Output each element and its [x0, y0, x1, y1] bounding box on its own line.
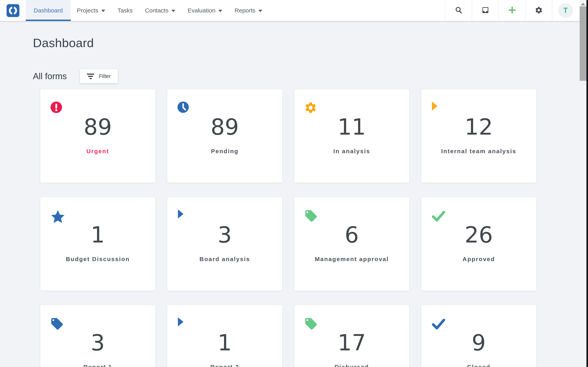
alert-circle-icon — [50, 101, 62, 114]
scrollbar-track[interactable] — [580, 0, 586, 367]
screen-edge — [586, 0, 588, 367]
avatar: T — [558, 3, 573, 18]
status-card-approved[interactable]: 26Approved — [421, 197, 536, 291]
status-card-budget-discussion[interactable]: 1Budget Discussion — [40, 197, 155, 291]
tab-label: Evaluation — [187, 7, 215, 14]
status-card-board-analysis[interactable]: 3Board analysis — [167, 197, 282, 291]
card-label: Internal team analysis — [421, 147, 536, 155]
main-nav-tabs: DashboardProjectsTasksContactsEvaluation… — [26, 0, 268, 21]
search-button[interactable] — [445, 0, 472, 21]
card-count: 9 — [421, 329, 536, 357]
status-card-pending[interactable]: 89Pending — [167, 89, 282, 183]
card-label: Urgent — [40, 147, 155, 155]
card-count: 11 — [294, 113, 409, 141]
status-cards-grid: 89Urgent89Pending11In analysis12Internal… — [40, 89, 588, 367]
clock-icon — [177, 101, 189, 114]
status-card-disbursed[interactable]: 17Disbursed — [294, 305, 409, 367]
filter-button[interactable]: Filter — [80, 69, 118, 83]
tab-projects[interactable]: Projects — [71, 0, 111, 21]
status-card-internal-team-analysis[interactable]: 12Internal team analysis — [421, 89, 536, 183]
play-icon — [431, 101, 438, 112]
chevron-down-icon — [171, 10, 175, 12]
card-label: Approved — [421, 255, 536, 263]
settings-icon — [535, 6, 543, 15]
settings-button[interactable] — [525, 0, 552, 21]
play-icon — [177, 317, 184, 328]
card-count: 89 — [167, 113, 282, 141]
tab-label: Dashboard — [34, 7, 63, 14]
tab-contacts[interactable]: Contacts — [139, 0, 181, 21]
card-label: Management approval — [294, 255, 409, 263]
card-label: Disbursed — [294, 363, 409, 367]
card-label: Report 2 — [167, 363, 282, 367]
navbar-actions: T — [445, 0, 579, 21]
tab-evaluation[interactable]: Evaluation — [181, 0, 229, 21]
card-count: 1 — [167, 329, 282, 357]
status-card-management-approval[interactable]: 6Management approval — [294, 197, 409, 291]
top-navbar: DashboardProjectsTasksContactsEvaluation… — [0, 0, 588, 22]
play-icon — [177, 209, 184, 220]
status-card-report-2[interactable]: 1Report 2 — [167, 305, 282, 367]
card-label: In analysis — [294, 147, 409, 155]
section-header: All forms Filter — [33, 69, 588, 83]
filter-button-label: Filter — [99, 73, 111, 79]
tab-reports[interactable]: Reports — [229, 0, 268, 21]
card-count: 3 — [167, 221, 282, 249]
search-icon — [455, 6, 463, 15]
status-card-urgent[interactable]: 89Urgent — [40, 89, 155, 183]
card-label: Closed — [421, 363, 536, 367]
card-count: 3 — [40, 329, 155, 357]
chevron-down-icon — [258, 10, 262, 12]
status-card-in-analysis[interactable]: 11In analysis — [294, 89, 409, 183]
card-count: 1 — [40, 221, 155, 249]
tab-dashboard[interactable]: Dashboard — [26, 0, 71, 21]
card-label: Pending — [167, 147, 282, 155]
card-count: 26 — [421, 221, 536, 249]
filter-icon — [87, 74, 94, 79]
plus-button[interactable] — [498, 0, 525, 21]
card-count: 89 — [40, 113, 155, 141]
plus-icon — [508, 6, 517, 15]
tab-tasks[interactable]: Tasks — [111, 0, 139, 21]
card-count: 17 — [294, 329, 409, 357]
scroll-up-button[interactable] — [581, 3, 585, 5]
app-logo[interactable] — [7, 4, 19, 17]
tab-label: Projects — [77, 7, 98, 14]
inbox-icon — [481, 6, 489, 15]
tab-label: Contacts — [145, 7, 168, 14]
card-label: Board analysis — [167, 255, 282, 263]
card-label: Budget Discussion — [40, 255, 155, 263]
inbox-button[interactable] — [472, 0, 498, 21]
tab-label: Tasks — [118, 7, 133, 14]
card-count: 6 — [294, 221, 409, 249]
section-title: All forms — [33, 71, 67, 81]
status-card-closed[interactable]: 9Closed — [421, 305, 536, 367]
status-card-report-1[interactable]: 3Report 1 — [40, 305, 155, 367]
tab-label: Reports — [235, 7, 255, 14]
card-count: 12 — [421, 113, 536, 141]
chevron-down-icon — [101, 10, 105, 12]
chevron-down-icon — [218, 10, 222, 12]
page-title: Dashboard — [33, 36, 588, 50]
user-menu-button[interactable]: T — [552, 0, 579, 21]
card-label: Report 1 — [40, 363, 155, 367]
scrollbar-thumb[interactable] — [580, 6, 586, 81]
